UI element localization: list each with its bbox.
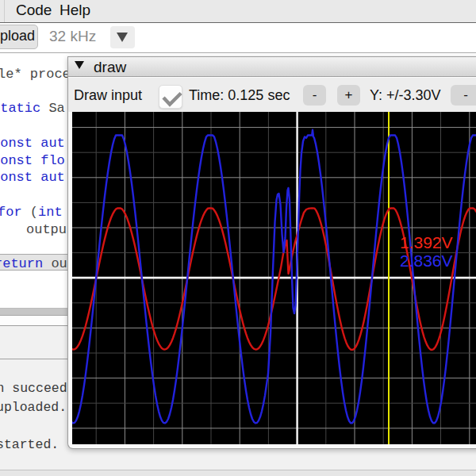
svg-text:2.836V: 2.836V (400, 251, 453, 270)
svg-text:1.392V: 1.392V (400, 233, 453, 251)
